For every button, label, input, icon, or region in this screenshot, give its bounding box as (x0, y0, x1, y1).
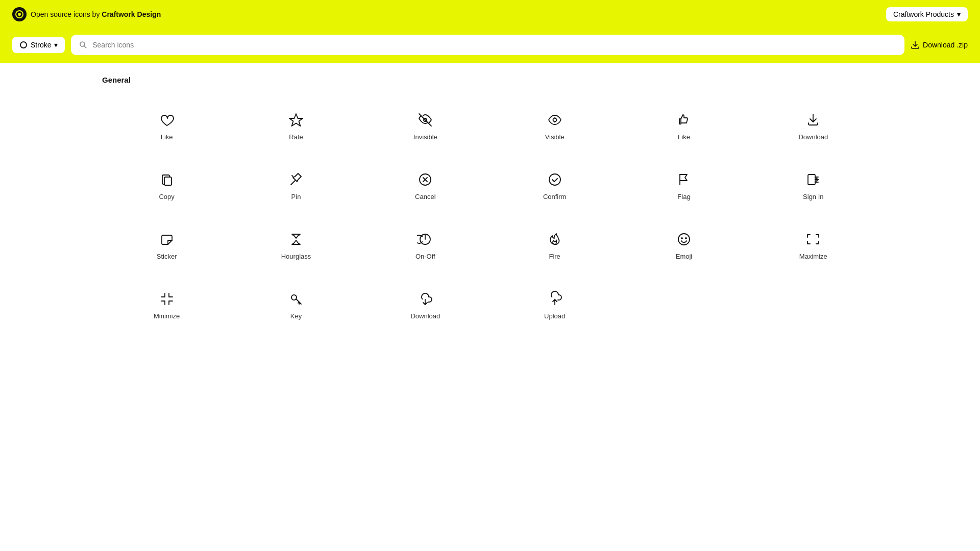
icon-label: Flag (677, 193, 690, 201)
icon-item-fire[interactable]: Fire (490, 216, 619, 276)
icon-label: Rate (289, 133, 303, 141)
download-zip-icon (911, 40, 920, 49)
icon-item-invisible[interactable]: Invisible (361, 96, 490, 156)
icon-label: Download (798, 133, 828, 141)
icon-label: Visible (545, 133, 565, 141)
on-off-icon (417, 231, 433, 247)
sticker-icon (159, 231, 175, 247)
key-icon (288, 291, 304, 307)
icon-item-sticker[interactable]: Sticker (102, 216, 231, 276)
invisible-eye-icon (417, 112, 433, 128)
search-bar: Stroke ▾ Download .zip (0, 29, 980, 63)
svg-rect-11 (808, 174, 815, 185)
minimize-icon (159, 291, 175, 307)
like-thumb-icon (676, 112, 692, 128)
cancel-circle-icon (417, 171, 433, 188)
svg-line-4 (84, 46, 86, 48)
craftwork-logo (12, 7, 27, 21)
top-bar-tagline: Open source icons by Craftwork Design (31, 10, 161, 18)
icon-label: Like (678, 133, 690, 141)
top-bar: Open source icons by Craftwork Design Cr… (0, 0, 980, 29)
svg-rect-8 (164, 177, 172, 185)
icon-item-minimize[interactable]: Minimize (102, 276, 231, 335)
icon-label: Fire (549, 253, 560, 260)
icon-label: Cancel (415, 193, 435, 201)
icon-label: Sticker (157, 253, 177, 260)
icon-item-like-thumb[interactable]: Like (619, 96, 748, 156)
icon-label: Like (161, 133, 173, 141)
confirm-check-icon (547, 171, 563, 188)
icon-label: Sign In (803, 193, 823, 201)
visible-eye-icon (547, 112, 563, 128)
icon-item-hourglass[interactable]: Hourglass (231, 216, 360, 276)
svg-marker-5 (289, 114, 303, 126)
svg-point-10 (549, 174, 560, 185)
main-content: General Like Rate Invisible (0, 63, 980, 347)
products-chevron-icon: ▾ (957, 10, 961, 18)
rate-star-icon (288, 112, 304, 128)
icon-item-maximize[interactable]: Maximize (749, 216, 878, 276)
icon-item-download2[interactable]: Download (361, 276, 490, 335)
svg-point-2 (20, 42, 27, 48)
download-cloud-icon (417, 291, 433, 307)
stroke-chevron-icon: ▾ (54, 41, 58, 49)
icon-item-like-heart[interactable]: Like (102, 96, 231, 156)
icon-label: Maximize (799, 253, 827, 260)
icon-label: Invisible (413, 133, 437, 141)
icon-item-rate[interactable]: Rate (231, 96, 360, 156)
icon-label: Confirm (543, 193, 567, 201)
emoji-icon (676, 231, 692, 247)
icon-label: Upload (544, 312, 565, 320)
sign-in-icon (805, 171, 821, 188)
icon-item-download[interactable]: Download (749, 96, 878, 156)
icon-item-key[interactable]: Key (231, 276, 360, 335)
icon-item-on-off[interactable]: On-Off (361, 216, 490, 276)
search-icon (79, 41, 87, 49)
icon-label: Key (290, 312, 302, 320)
like-heart-icon (159, 112, 175, 128)
svg-point-18 (685, 238, 687, 239)
stroke-selector-button[interactable]: Stroke ▾ (12, 37, 65, 53)
top-bar-right: Craftwork Products ▾ (886, 7, 968, 21)
icon-item-sign-in[interactable]: Sign In (749, 156, 878, 216)
icon-item-flag[interactable]: Flag (619, 156, 748, 216)
icon-item-confirm[interactable]: Confirm (490, 156, 619, 216)
icon-item-upload[interactable]: Upload (490, 276, 619, 335)
search-input-wrap (71, 35, 904, 55)
icon-grid: Like Rate Invisible (102, 96, 878, 335)
icon-label: Copy (159, 193, 174, 201)
pin-icon (288, 171, 304, 188)
svg-point-1 (18, 13, 21, 16)
svg-point-17 (681, 238, 682, 239)
top-bar-left: Open source icons by Craftwork Design (12, 7, 161, 21)
icon-item-emoji[interactable]: Emoji (619, 216, 748, 276)
icon-label: Pin (291, 193, 301, 201)
hourglass-icon (288, 231, 304, 247)
circle-stroke-icon (19, 41, 28, 49)
icon-label: On-Off (415, 253, 435, 260)
icon-item-cancel[interactable]: Cancel (361, 156, 490, 216)
icon-label: Emoji (676, 253, 693, 260)
icon-label: Download (410, 312, 440, 320)
section-label: General (102, 76, 878, 84)
craftwork-products-button[interactable]: Craftwork Products ▾ (886, 7, 968, 21)
icon-label: Minimize (154, 312, 180, 320)
icon-item-copy[interactable]: Copy (102, 156, 231, 216)
upload-cloud-icon (547, 291, 563, 307)
icon-item-pin[interactable]: Pin (231, 156, 360, 216)
download-zip-button[interactable]: Download .zip (911, 40, 968, 49)
fire-icon (547, 231, 563, 247)
download-arrow-icon (805, 112, 821, 128)
svg-point-16 (678, 234, 690, 245)
icon-label: Hourglass (281, 253, 311, 260)
search-input[interactable] (92, 41, 896, 49)
flag-icon (676, 171, 692, 188)
maximize-icon (805, 231, 821, 247)
copy-doc-icon (159, 171, 175, 188)
icon-item-visible[interactable]: Visible (490, 96, 619, 156)
